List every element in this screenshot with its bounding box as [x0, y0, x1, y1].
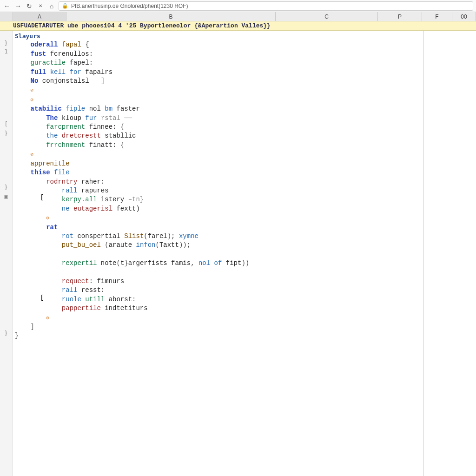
url-input[interactable] [71, 3, 470, 9]
home-icon[interactable]: ⌂ [47, 2, 56, 10]
document-title-bar: USFUADETARUTER ube phooes104 4 '25 Bypor… [0, 21, 476, 31]
gutter-mark: } [2, 330, 10, 337]
back-icon[interactable]: ← [3, 2, 11, 10]
text-caret: [ [40, 193, 44, 201]
gutter-mark: } [2, 184, 10, 191]
gutter-mark: } [2, 130, 10, 137]
gutter-mark: } [2, 40, 10, 46]
editor-area: }1[}}▣} Slayurs oderall fapal { fust fcr… [0, 31, 476, 476]
column-header-row: A B C P F 00 [0, 12, 476, 21]
document-title-text: USFUADETARUTER ube phooes104 4 '25 Bypor… [13, 22, 271, 29]
text-caret: [ [40, 294, 44, 301]
column-header-A[interactable]: A [13, 12, 66, 21]
column-header-00[interactable]: 00 [452, 12, 476, 21]
reload-icon[interactable]: ↻ [25, 2, 33, 10]
gutter-mark: 1 [2, 48, 10, 55]
address-bar[interactable]: 🔒 [59, 1, 473, 11]
gutter-mark: [ [2, 121, 10, 127]
right-margin [424, 31, 476, 476]
column-header-C[interactable]: C [276, 12, 378, 21]
code-text[interactable]: oderall fapal { fust fcrenullos: guracti… [13, 40, 423, 340]
section-label: Slayurs [15, 33, 40, 40]
forward-icon[interactable]: → [14, 2, 22, 10]
select-all-corner[interactable] [0, 12, 13, 21]
gutter-mark: ▣ [2, 193, 10, 200]
browser-toolbar: ← → ↻ ✕ ⌂ 🔒 [0, 0, 476, 12]
lock-icon: 🔒 [62, 3, 68, 9]
column-header-B[interactable]: B [66, 12, 276, 21]
gutter: }1[}}▣} [0, 31, 13, 476]
code-panel[interactable]: Slayurs oderall fapal { fust fcrenullos:… [13, 31, 424, 476]
column-header-P[interactable]: P [378, 12, 422, 21]
stop-icon[interactable]: ✕ [36, 2, 45, 10]
column-header-F[interactable]: F [422, 12, 452, 21]
